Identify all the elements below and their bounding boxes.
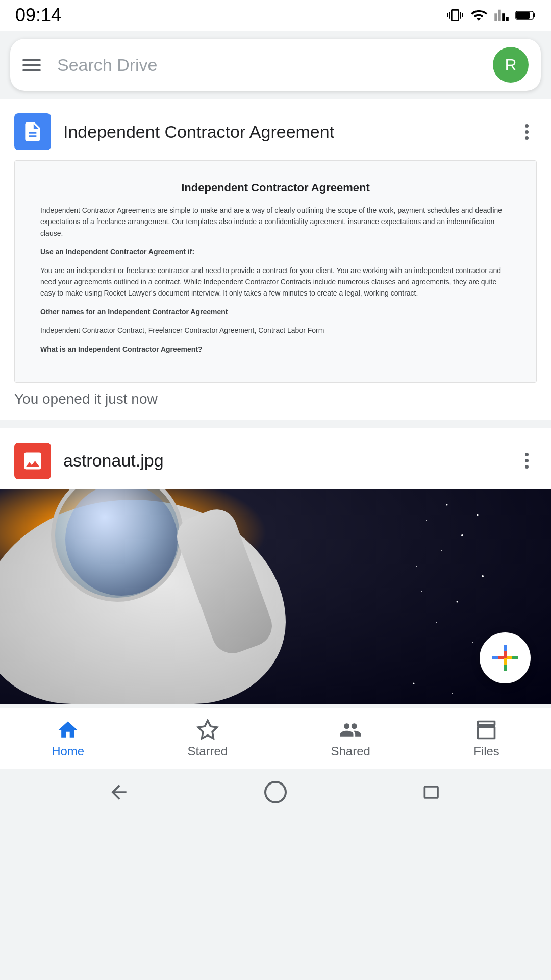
doc-section-3-title: What is an Independent Contractor Agreem… <box>40 344 511 355</box>
image-card: astronaut.jpg <box>0 428 551 704</box>
img-file-icon <box>14 443 51 479</box>
img-file-name: astronaut.jpg <box>63 451 516 471</box>
star-icon <box>196 719 219 741</box>
files-icon <box>475 719 497 741</box>
sys-back-button[interactable] <box>108 781 130 803</box>
fab-plus-icon <box>492 645 518 671</box>
doc-section-2-title: Other names for an Independent Contracto… <box>40 306 511 317</box>
svg-rect-2 <box>516 12 530 19</box>
svg-point-10 <box>421 591 422 592</box>
nav-label-files: Files <box>473 744 499 758</box>
svg-point-17 <box>265 782 286 802</box>
recent-icon <box>421 781 443 803</box>
svg-point-8 <box>416 566 417 567</box>
home-icon <box>57 719 79 741</box>
svg-point-5 <box>461 534 463 536</box>
doc-file-icon <box>14 113 51 150</box>
doc-section-2-body: Independent Contractor Contract, Freelan… <box>40 325 511 336</box>
sys-nav-bar <box>0 769 551 815</box>
doc-para-1: Independent Contractor Agreements are si… <box>40 205 511 239</box>
divider <box>0 424 551 424</box>
nav-item-starred[interactable]: Starred <box>177 714 238 764</box>
svg-point-4 <box>426 520 427 521</box>
search-placeholder[interactable]: Search Drive <box>57 55 493 75</box>
svg-point-15 <box>413 682 415 684</box>
doc-section-1-title: Use an Independent Contractor Agreement … <box>40 246 511 257</box>
astronaut-scene <box>0 489 551 704</box>
svg-point-3 <box>446 504 448 505</box>
doc-more-button[interactable] <box>516 121 537 142</box>
svg-point-11 <box>457 601 458 602</box>
img-preview <box>0 489 551 704</box>
sys-home-icon <box>263 780 288 804</box>
avatar[interactable]: R <box>493 47 529 83</box>
sys-home-button[interactable] <box>263 780 288 804</box>
svg-point-9 <box>482 575 484 577</box>
svg-point-12 <box>436 622 437 623</box>
nav-item-home[interactable]: Home <box>41 714 94 764</box>
img-more-button[interactable] <box>516 451 537 471</box>
svg-point-16 <box>452 693 453 694</box>
status-icons <box>447 7 536 23</box>
status-time: 09:14 <box>15 5 61 26</box>
status-bar: 09:14 <box>0 0 551 31</box>
svg-rect-18 <box>425 787 438 798</box>
search-bar[interactable]: Search Drive R <box>10 39 541 91</box>
img-card-header: astronaut.jpg <box>0 428 551 489</box>
nav-item-files[interactable]: Files <box>463 714 510 764</box>
wifi-icon <box>469 7 488 23</box>
svg-point-13 <box>472 642 473 643</box>
bottom-nav: Home Starred Shared Files <box>0 708 551 769</box>
nav-label-starred: Starred <box>187 744 228 758</box>
shared-icon <box>339 719 362 741</box>
hamburger-menu[interactable] <box>22 54 45 76</box>
doc-section-1-body: You are an independent or freelance cont… <box>40 265 511 299</box>
nav-label-home: Home <box>52 744 84 758</box>
hamburger-line-2 <box>22 64 41 66</box>
signal-icon <box>494 8 509 23</box>
doc-preview-title: Independent Contractor Agreement <box>40 181 511 194</box>
battery-icon <box>515 8 536 22</box>
svg-point-7 <box>477 514 479 516</box>
hamburger-line-3 <box>22 69 41 71</box>
helmet-reflection <box>65 489 178 596</box>
document-card: Independent Contractor Agreement Indepen… <box>0 99 551 420</box>
doc-card-header: Independent Contractor Agreement <box>0 99 551 160</box>
vibrate-icon <box>447 7 463 23</box>
doc-preview-content: Independent Contractor Agreements are si… <box>40 205 511 355</box>
svg-rect-1 <box>533 13 535 17</box>
doc-preview: Independent Contractor Agreement Indepen… <box>14 160 537 383</box>
sys-recent-button[interactable] <box>421 781 443 803</box>
doc-card-footer: You opened it just now <box>0 383 551 420</box>
svg-point-6 <box>441 550 442 551</box>
nav-label-shared: Shared <box>331 744 370 758</box>
fab-button[interactable] <box>480 632 531 683</box>
doc-file-name: Independent Contractor Agreement <box>63 122 516 142</box>
hamburger-line-1 <box>22 59 41 61</box>
nav-item-shared[interactable]: Shared <box>320 714 380 764</box>
back-icon <box>108 781 130 803</box>
